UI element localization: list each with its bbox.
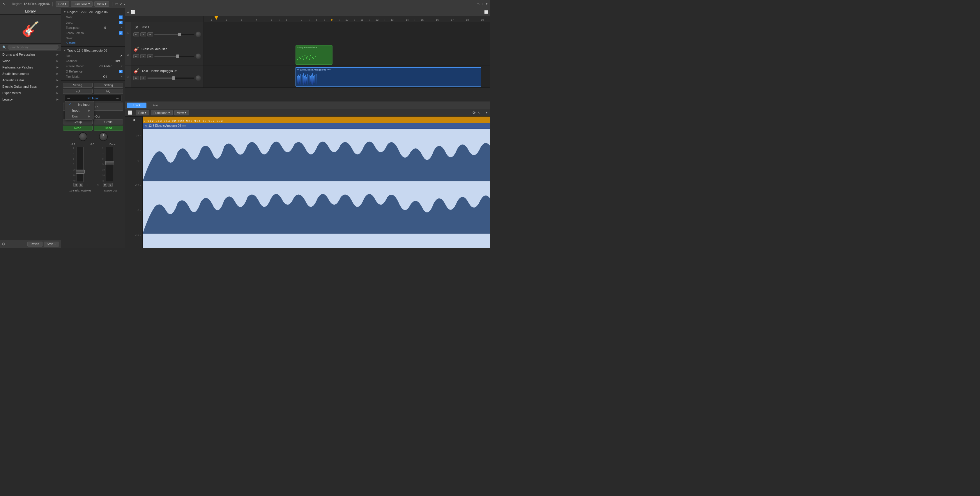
region-section-header[interactable]: ▼ Region: 12-8 Elec...eggio 06 xyxy=(61,9,125,14)
sidebar-item-label: Voice xyxy=(2,59,10,63)
ruler-mark-7: 7 xyxy=(294,18,309,21)
search-input[interactable] xyxy=(8,45,59,50)
tracks-expand-icon[interactable]: ⬜ xyxy=(484,10,488,14)
editor-loop-marker-icon[interactable]: ⬜ xyxy=(127,110,132,115)
sidebar-item-label: Studio Instruments xyxy=(2,72,29,75)
track-volume-knob-2[interactable] xyxy=(196,53,201,59)
eq-button-1[interactable]: EQ xyxy=(63,89,92,94)
tracks-loop-icon[interactable]: ⬜ xyxy=(130,10,135,14)
track-fader-2[interactable] xyxy=(154,56,194,57)
track-content-3[interactable]: ↺ 12-8 Electric Arpeggio 06 ∞∞ xyxy=(204,66,490,88)
group-button-2[interactable]: Group xyxy=(94,120,123,124)
add-track-icon[interactable]: + xyxy=(127,10,129,14)
sidebar-item-studio[interactable]: Studio Instruments ▶ xyxy=(0,70,61,77)
sidebar-item-electric[interactable]: Electric Guitar and Bass ▶ xyxy=(0,83,61,90)
sidebar-item-voice[interactable]: Voice ▶ xyxy=(0,58,61,64)
scissors-icon[interactable]: ✂ xyxy=(115,2,118,6)
more-link[interactable]: ▷ More xyxy=(61,41,125,45)
editor-pointer-icon[interactable]: ↖ xyxy=(477,111,480,115)
eq-button-2[interactable]: EQ xyxy=(94,89,123,94)
zoom-icon[interactable]: ⤢ xyxy=(120,2,122,6)
track-record-btn-1[interactable]: R xyxy=(147,32,153,37)
editor-add-plus-icon[interactable]: + xyxy=(482,110,484,115)
right-fader-handle[interactable] xyxy=(105,161,114,165)
track-mute-btn-2[interactable]: M xyxy=(134,54,139,58)
view-menu-button[interactable]: View ▾ xyxy=(94,1,109,7)
pointer-tool[interactable]: ↖ xyxy=(2,2,6,6)
track-mute-btn-1[interactable]: M xyxy=(134,32,139,37)
i-label: I xyxy=(88,183,88,186)
tab-file[interactable]: File xyxy=(147,102,164,108)
right-solo-button[interactable]: S xyxy=(108,183,113,187)
editor-edit-menu[interactable]: Edit ▾ xyxy=(136,110,149,115)
editor-timeline-marks: 9 9 1 2 9 1 3 9 1 4 9 2 9 2 2 9 2 3 9 2 … xyxy=(143,120,490,123)
track-content-2[interactable]: 2-Step Ahead Guitar xyxy=(204,44,490,65)
sidebar-item-experimental[interactable]: Experimental ▶ xyxy=(0,90,61,96)
pointer-select-icon[interactable]: ↖ xyxy=(477,2,480,6)
follow-tempo-checkbox[interactable] xyxy=(119,31,123,35)
editor-waveform-area[interactable]: ↺ 12-8 Electric Arpeggio 06 ∞∞ xyxy=(143,123,490,248)
track-fader-handle-1[interactable] xyxy=(178,33,181,36)
ruler-mark-5: 5 xyxy=(264,18,279,21)
track-content-1[interactable] xyxy=(204,22,490,44)
dropdown-input[interactable]: Input ▶ xyxy=(65,107,94,113)
track-mute-btn-3[interactable]: M xyxy=(134,76,139,80)
input-selector[interactable]: ∞ No Input ∞ ✓ No Input Input ▶ Bus xyxy=(65,95,121,101)
track-fader-1[interactable] xyxy=(154,34,194,35)
setting-button-1[interactable]: Setting xyxy=(63,83,92,88)
input-selected-value: No Input xyxy=(88,97,99,100)
left-solo-button[interactable]: S xyxy=(79,183,83,187)
editor-ruler-spacer-icon[interactable]: ◀ xyxy=(132,118,135,122)
mute-checkbox[interactable] xyxy=(119,16,123,19)
loop-checkbox[interactable] xyxy=(119,21,123,24)
sidebar-item-drums[interactable]: Drums and Percussion ▶ xyxy=(0,51,61,58)
sidebar-item-legacy[interactable]: Legacy ▶ xyxy=(0,96,61,102)
pan-knob[interactable] xyxy=(99,132,108,141)
svg-rect-6 xyxy=(306,57,307,59)
track-record-btn-2[interactable]: R xyxy=(147,54,153,58)
editor-loop-icon[interactable]: ⟳ xyxy=(473,110,476,115)
left-fader-track[interactable] xyxy=(76,147,84,182)
mark-label: 12 xyxy=(375,18,379,21)
editor-view-menu[interactable]: View ▾ xyxy=(174,110,189,115)
right-mute-button[interactable]: M xyxy=(103,183,107,187)
edit-menu-button[interactable]: Edit ▾ xyxy=(56,1,69,7)
track-volume-knob-1[interactable] xyxy=(196,32,201,37)
dropdown-bus[interactable]: Bus ▶ xyxy=(65,113,94,119)
functions-menu-button[interactable]: Functions ▾ xyxy=(71,1,92,7)
sidebar-item-performance[interactable]: Performance Patches ▶ xyxy=(0,64,61,70)
track-fader-handle-2[interactable] xyxy=(176,54,179,58)
volume-knob[interactable] xyxy=(79,132,88,141)
sidebar-item-acoustic[interactable]: Acoustic Guitar ▶ xyxy=(0,77,61,83)
track-section-header[interactable]: ▼ Track: 12-8 Elec...peggio 06 xyxy=(61,48,125,53)
track-fader-handle-3[interactable] xyxy=(172,77,175,80)
region-block-green[interactable]: 2-Step Ahead Guitar xyxy=(296,45,333,65)
read-button-1[interactable]: Read xyxy=(63,126,92,131)
track-solo-btn-3[interactable]: S xyxy=(140,76,146,80)
read-button-2[interactable]: Read xyxy=(94,126,123,131)
editor-functions-menu[interactable]: Functions ▾ xyxy=(151,110,173,115)
left-mute-button[interactable]: M xyxy=(73,183,78,187)
track-volume-knob-3[interactable] xyxy=(196,75,201,81)
right-fader-track[interactable] xyxy=(106,147,113,182)
group-button-1[interactable]: Group xyxy=(63,120,92,124)
track-fader-3[interactable] xyxy=(147,78,194,79)
tab-track[interactable]: Track xyxy=(127,102,146,108)
setting-button-2[interactable]: Setting xyxy=(94,83,123,88)
save-button[interactable]: Save... xyxy=(44,242,59,247)
db-label-25-mid: -25 - xyxy=(135,184,141,187)
track-solo-btn-2[interactable]: S xyxy=(140,54,146,58)
add-chevron-icon[interactable]: ▾ xyxy=(486,2,488,6)
left-fader-handle[interactable] xyxy=(76,170,85,174)
editor-add-chevron-icon[interactable]: ▾ xyxy=(486,111,488,115)
q-reference-checkbox[interactable] xyxy=(119,70,123,73)
dropdown-no-input[interactable]: ✓ No Input xyxy=(65,101,94,107)
add-btn[interactable]: + xyxy=(482,2,484,7)
revert-button[interactable]: Revert xyxy=(27,242,42,247)
region-block-blue-selected[interactable]: ↺ 12-8 Electric Arpeggio 06 ∞∞ xyxy=(296,67,482,86)
scale-label-0: 0 xyxy=(73,158,75,160)
region-inspector-name: 12-8 Elec...eggio 06 xyxy=(79,10,108,14)
track-solo-btn-1[interactable]: S xyxy=(140,32,146,37)
gear-icon[interactable]: ⚙ xyxy=(2,242,5,246)
library-search-bar[interactable]: 🔍 xyxy=(0,44,61,51)
